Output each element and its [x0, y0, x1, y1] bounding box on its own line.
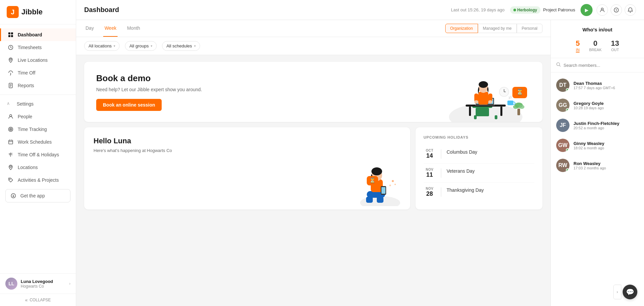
sidebar-item-activities-projects[interactable]: Activities & Projects — [0, 174, 76, 186]
whos-stats: 5 IN 0 BREAK 13 OUT — [551, 36, 644, 58]
chat-expand-button[interactable]: › — [613, 285, 621, 299]
svg-point-22 — [10, 179, 10, 180]
sidebar-item-live-locations[interactable]: Live Locations — [0, 54, 76, 66]
member-item[interactable]: RW Ron Weasley 17:03 2 months ago — [551, 155, 644, 175]
stat-break-label: BREAK — [589, 48, 602, 52]
book-online-session-button[interactable]: Book an online session — [96, 99, 162, 111]
sidebar-item-time-tracking[interactable]: Time Tracking — [0, 123, 76, 136]
svg-point-49 — [513, 105, 518, 109]
member-avatar-gregory-goyle: GG — [556, 99, 570, 112]
holiday-divider — [441, 149, 441, 159]
svg-rect-60 — [377, 197, 383, 203]
svg-rect-66 — [381, 187, 385, 194]
sidebar-item-locations[interactable]: Locations — [0, 161, 76, 174]
sidebar-item-time-off-holidays-label: Time Off & Holidays — [18, 152, 59, 157]
palm-icon — [8, 152, 14, 158]
jibble-logo-icon: J — [7, 6, 19, 18]
calendar-grid-icon — [8, 139, 14, 145]
member-info: Gregory Goyle 10:28 19 days ago — [574, 101, 639, 110]
member-item[interactable]: GG Gregory Goyle 10:28 19 days ago — [551, 95, 644, 115]
filter-bar: All locations ▾ All groups ▾ All schedul… — [76, 37, 550, 55]
view-organization-label: Organization — [450, 26, 473, 31]
sidebar-item-reports[interactable]: Reports — [0, 79, 76, 92]
svg-text:J: J — [11, 8, 14, 16]
svg-rect-4 — [8, 35, 10, 37]
play-timer-button[interactable]: ▶ — [581, 4, 593, 16]
tracker-project-badge[interactable]: Herbology — [510, 6, 540, 14]
sidebar-item-locations-label: Locations — [18, 165, 38, 170]
holiday-month: NOV — [426, 168, 433, 171]
user-profile[interactable]: LL Luna Lovegood Hogwarts Co — [0, 273, 76, 294]
member-time: 17:57 7 days ago GMT+6 — [574, 86, 639, 90]
stat-out[interactable]: 13 OUT — [611, 39, 619, 52]
get-app-item[interactable]: Get the app — [5, 189, 70, 202]
holiday-item: NOV 28 Thanksgiving Day — [424, 183, 534, 201]
sidebar-item-people[interactable]: People — [0, 110, 76, 123]
stat-break-value: 0 — [593, 39, 597, 48]
chat-button[interactable]: 💬 — [623, 285, 637, 299]
svg-point-15 — [10, 128, 12, 131]
svg-point-50 — [519, 105, 524, 109]
logo[interactable]: J Jibble — [0, 0, 76, 24]
whos-in-out-panel: Who's in/out 5 IN 0 BREAK 13 OUT — [550, 20, 644, 306]
filter-schedules[interactable]: All schedules ▾ — [162, 41, 200, 51]
filter-schedules-chevron: ▾ — [194, 44, 196, 48]
svg-point-41 — [479, 81, 488, 88]
stat-break[interactable]: 0 BREAK — [589, 39, 602, 52]
filter-groups[interactable]: All groups ▾ — [125, 41, 157, 51]
header-icon-group: ? — [597, 4, 636, 16]
sidebar-item-dashboard-label: Dashboard — [18, 32, 42, 37]
member-time: 18:02 a month ago — [574, 146, 639, 150]
help-button[interactable]: ? — [611, 4, 622, 16]
sidebar-item-dashboard[interactable]: Dashboard — [0, 28, 76, 41]
sidebar-item-work-schedules[interactable]: Work Schedules — [0, 136, 76, 148]
view-managed-by-me-button[interactable]: Managed by me — [478, 24, 517, 33]
sidebar-item-time-off-holidays[interactable]: Time Off & Holidays — [0, 148, 76, 161]
member-search-input[interactable] — [564, 63, 639, 68]
hello-card: Hello Luna Here's what's happening at Ho… — [84, 127, 410, 209]
settings-section-header[interactable]: ∧ Settings — [0, 98, 76, 110]
tab-day[interactable]: Day — [84, 20, 95, 37]
holiday-date-nov28: NOV 28 — [424, 187, 436, 197]
holiday-name: Veterans Day — [447, 168, 475, 174]
tab-week-label: Week — [105, 25, 117, 31]
online-indicator — [566, 108, 569, 112]
view-organization-button[interactable]: Organization — [445, 24, 478, 33]
sidebar-navigation: Dashboard Timesheets Live Locations Time… — [0, 24, 76, 273]
svg-rect-5 — [11, 35, 13, 37]
member-info: Justin Finch-Fletchley 20:52 a month ago — [574, 121, 639, 130]
view-personal-button[interactable]: Personal — [517, 24, 542, 33]
member-item[interactable]: DT Dean Thomas 17:57 7 days ago GMT+6 — [551, 75, 644, 95]
user-profile-button[interactable] — [597, 4, 608, 16]
holiday-divider — [441, 168, 441, 178]
filter-locations[interactable]: All locations ▾ — [84, 41, 120, 51]
stat-in[interactable]: 5 IN — [576, 39, 580, 52]
tab-week[interactable]: Week — [103, 20, 118, 37]
online-indicator — [566, 88, 569, 92]
svg-rect-61 — [366, 197, 373, 203]
svg-text:⏳: ⏳ — [516, 88, 524, 96]
svg-text:⏳: ⏳ — [369, 177, 376, 183]
holiday-day: 28 — [426, 190, 433, 197]
tab-month-label: Month — [127, 25, 140, 31]
collapse-button[interactable]: « COLLAPSE — [0, 294, 76, 306]
hello-card-title: Hello Luna — [94, 137, 401, 145]
online-indicator — [566, 168, 569, 172]
member-item[interactable]: JF Justin Finch-Fletchley 20:52 a month … — [551, 115, 644, 135]
chevron-left-icon: « — [25, 297, 28, 303]
svg-rect-39 — [478, 92, 488, 105]
sidebar-item-time-off[interactable]: Time Off — [0, 66, 76, 79]
user-name: Luna Lovegood — [21, 279, 53, 284]
notifications-button[interactable] — [625, 4, 636, 16]
chevron-up-icon: ∧ — [7, 101, 13, 107]
holiday-month: OCT — [426, 149, 434, 152]
holiday-day: 14 — [426, 152, 433, 159]
main-panel: Day Week Month Organization Managed by m… — [76, 20, 550, 306]
svg-rect-30 — [476, 108, 489, 116]
member-item[interactable]: GW Ginny Weasley 18:02 a month ago — [551, 135, 644, 155]
tabs-bar: Day Week Month Organization Managed by m… — [76, 20, 550, 37]
sidebar-item-timesheets[interactable]: Timesheets — [0, 41, 76, 54]
tab-month[interactable]: Month — [126, 20, 141, 37]
member-avatar-ron-weasley: RW — [556, 159, 570, 172]
whos-in-out-title: Who's in/out — [551, 20, 644, 36]
